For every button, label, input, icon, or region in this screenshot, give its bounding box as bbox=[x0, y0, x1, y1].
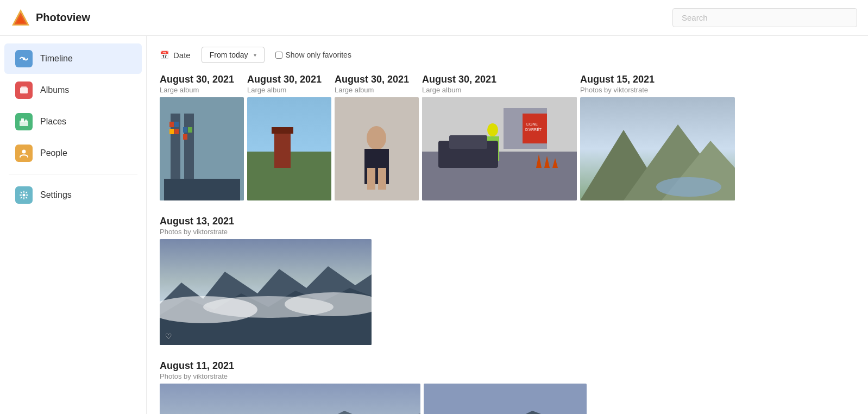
app-logo-icon bbox=[11, 8, 30, 28]
photo-group-aug30-1: August 30, 2021 Large album bbox=[160, 74, 244, 200]
filter-bar: 📅 Date From today ▾ Show only favorites bbox=[160, 47, 855, 63]
photo-group-aug30-3: August 30, 2021 Large album bbox=[335, 74, 419, 200]
photo-item[interactable] bbox=[247, 97, 331, 200]
photo-item[interactable]: ♡ bbox=[160, 239, 372, 345]
sidebar-people-label: People bbox=[40, 148, 67, 158]
sidebar-item-albums[interactable]: Albums bbox=[4, 75, 142, 105]
people-icon bbox=[15, 145, 33, 162]
photo-item[interactable] bbox=[160, 384, 420, 414]
albums-icon bbox=[15, 81, 33, 99]
sidebar-item-people[interactable]: People bbox=[4, 138, 142, 168]
photo-item[interactable] bbox=[424, 384, 587, 414]
favorites-label: Show only favorites bbox=[286, 51, 351, 59]
favorites-checkbox[interactable] bbox=[275, 52, 282, 59]
photo-item[interactable] bbox=[160, 97, 244, 200]
sidebar-places-label: Places bbox=[40, 117, 66, 127]
svg-rect-7 bbox=[21, 118, 24, 122]
group-header-aug11: August 11, 2021 Photos by viktorstrate bbox=[160, 360, 855, 380]
sidebar-item-settings[interactable]: Settings bbox=[4, 180, 142, 210]
group-header-3: August 30, 2021 Large album bbox=[335, 74, 419, 94]
favorite-heart-icon: ♡ bbox=[165, 332, 172, 341]
group-header-5: August 15, 2021 Photos by viktorstrate bbox=[580, 74, 735, 94]
date-filter-section: 📅 Date bbox=[160, 51, 191, 60]
sidebar-settings-label: Settings bbox=[40, 190, 72, 200]
logo-area: Photoview bbox=[11, 8, 90, 28]
calendar-icon: 📅 bbox=[160, 51, 169, 59]
photo-group-aug11: August 11, 2021 Photos by viktorstrate bbox=[160, 360, 855, 414]
svg-point-3 bbox=[23, 58, 26, 60]
photo-item[interactable]: LIGNE D'ARRÊT bbox=[422, 97, 577, 200]
photo-item[interactable] bbox=[335, 97, 419, 200]
search-input[interactable] bbox=[672, 8, 857, 27]
sidebar: Timeline Albums Places bbox=[0, 36, 147, 414]
sidebar-divider bbox=[9, 174, 137, 174]
content-area: 📅 Date From today ▾ Show only favorites … bbox=[147, 36, 868, 414]
top-photo-row: August 30, 2021 Large album bbox=[160, 74, 855, 200]
svg-rect-5 bbox=[21, 86, 27, 88]
svg-rect-8 bbox=[25, 120, 27, 122]
svg-point-9 bbox=[22, 150, 26, 154]
sidebar-item-timeline[interactable]: Timeline bbox=[4, 43, 142, 74]
settings-icon bbox=[15, 186, 33, 204]
photo-group-aug15: August 15, 2021 Photos by viktorstrate bbox=[580, 74, 735, 200]
group-header-2: August 30, 2021 Large album bbox=[247, 74, 331, 94]
photo-group-aug30-2: August 30, 2021 Large album bbox=[247, 74, 331, 200]
photo-item[interactable] bbox=[580, 97, 735, 200]
svg-point-10 bbox=[23, 194, 26, 197]
group-header-1: August 30, 2021 Large album bbox=[160, 74, 244, 94]
group-header-4: August 30, 2021 Large album bbox=[422, 74, 577, 94]
date-filter-label: Date bbox=[173, 51, 191, 60]
svg-rect-4 bbox=[20, 87, 28, 93]
app-title: Photoview bbox=[36, 11, 90, 24]
date-dropdown-label: From today bbox=[210, 51, 248, 59]
sidebar-albums-label: Albums bbox=[40, 85, 69, 95]
places-icon bbox=[15, 113, 33, 130]
group-header-aug13: August 13, 2021 Photos by viktorstrate bbox=[160, 216, 855, 236]
favorites-checkbox-label[interactable]: Show only favorites bbox=[275, 51, 351, 59]
aug11-photos-row bbox=[160, 384, 855, 414]
sidebar-timeline-label: Timeline bbox=[40, 54, 73, 64]
photo-group-aug13: August 13, 2021 Photos by viktorstrate bbox=[160, 216, 855, 345]
main-layout: Timeline Albums Places bbox=[0, 36, 868, 414]
topbar: Photoview bbox=[0, 0, 868, 36]
sidebar-item-places[interactable]: Places bbox=[4, 106, 142, 137]
photo-group-aug30-4: August 30, 2021 Large album bbox=[422, 74, 577, 200]
date-dropdown[interactable]: From today ▾ bbox=[202, 47, 265, 63]
timeline-icon bbox=[15, 50, 33, 67]
chevron-down-icon: ▾ bbox=[254, 52, 256, 58]
